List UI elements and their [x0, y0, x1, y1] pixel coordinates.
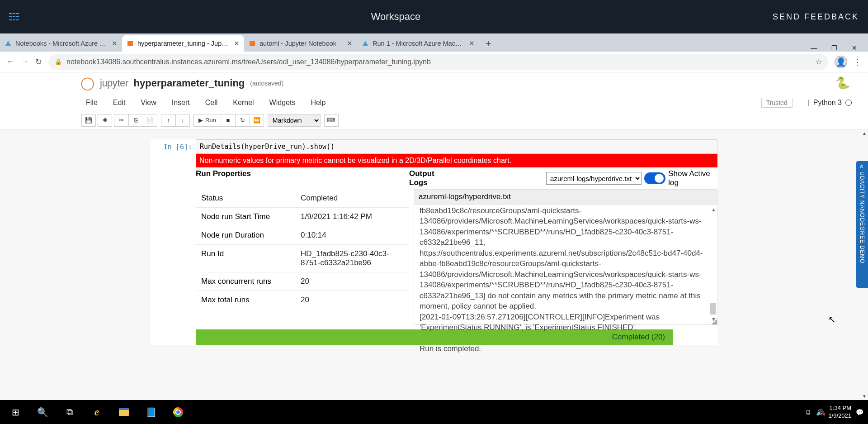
error-banner: Non-numeric values for primary metric ca… [196, 154, 717, 167]
maximize-icon[interactable]: ❐ [831, 44, 837, 52]
minimize-icon[interactable]: — [811, 44, 817, 52]
menu-file[interactable]: File [86, 99, 98, 107]
command-palette-button[interactable]: ⌨ [324, 114, 339, 127]
close-icon[interactable]: ✕ [469, 39, 475, 48]
tray-network-icon[interactable]: 🖥 [805, 409, 811, 416]
menu-widgets[interactable]: Widgets [269, 99, 296, 107]
browser-toolbar: ← → ↻ 🔒 notebook134086.southcentralus.in… [0, 52, 868, 72]
back-button[interactable]: ← [6, 57, 14, 67]
close-icon[interactable]: ✕ [112, 39, 118, 48]
stop-button[interactable]: ■ [221, 114, 235, 127]
show-active-log-label: Show Active log [668, 169, 717, 187]
run-properties-heading: Run Properties [196, 169, 409, 187]
save-status: (autosaved) [250, 80, 283, 87]
notebook-area: ▲ ▼ In [6]: RunDetails(hyperDrive_run).s… [0, 129, 868, 400]
menu-icon[interactable] [9, 13, 19, 20]
scrollbar-thumb[interactable] [710, 303, 716, 314]
kernel-indicator[interactable]: | Python 3 [808, 99, 868, 107]
scroll-up-icon[interactable]: ▲ [711, 206, 716, 213]
jupyter-menubar: File Edit View Insert Cell Kernel Widget… [0, 94, 868, 111]
bookmark-icon[interactable]: ☆ [816, 57, 822, 66]
notebook-icon [127, 40, 134, 47]
tab-run1-azure[interactable]: Run 1 - Microsoft Azure Machine ✕ [357, 35, 479, 52]
trusted-badge[interactable]: Trusted [761, 98, 793, 108]
menu-kernel[interactable]: Kernel [233, 99, 254, 107]
log-file-select[interactable]: azureml-logs/hyperdrive.txt [546, 172, 642, 185]
forward-button[interactable]: → [21, 57, 29, 67]
reload-button[interactable]: ↻ [35, 57, 42, 67]
show-active-log-toggle[interactable] [644, 172, 665, 184]
table-row: Max concurrent runs20 [196, 272, 409, 291]
cut-button[interactable]: ✂ [114, 114, 128, 127]
system-tray: 🖥 🔊✖ 1:34 PM 1/9/2021 💬 [805, 405, 866, 420]
svg-rect-0 [127, 41, 133, 46]
app-button[interactable]: 📘 [137, 400, 165, 424]
notifications-icon[interactable]: 💬 [856, 409, 863, 416]
copy-button[interactable]: ⎘ [128, 114, 143, 127]
log-panel: azureml-logs/hyperdrive.txt fb8eabd19c8c… [409, 189, 717, 325]
tab-automl[interactable]: automl - Jupyter Notebook ✕ [244, 35, 357, 52]
jupyter-toolbar: 💾 ✚ ✂ ⎘ 📄 ↑ ↓ ▶ Run ■ ↻ ⏩ Markdown ⌨ [0, 111, 868, 129]
new-tab-button[interactable]: + [482, 38, 495, 50]
jupyter-logo-icon[interactable]: ◯ [80, 77, 94, 90]
menu-cell[interactable]: Cell [205, 99, 218, 107]
scroll-up-icon[interactable]: ▲ [862, 131, 867, 136]
notebook-icon [249, 40, 256, 47]
table-row: StatusCompleted [196, 189, 409, 208]
cell-type-select[interactable]: Markdown [268, 114, 321, 127]
profile-button[interactable]: 👤 [835, 56, 847, 68]
chrome-button[interactable] [165, 400, 192, 424]
jupyter-brand[interactable]: jupyter [100, 77, 128, 89]
ie-button[interactable]: e [83, 400, 110, 424]
scroll-down-icon[interactable]: ▼ [862, 394, 867, 399]
add-cell-button[interactable]: ✚ [98, 114, 112, 127]
tab-hyperparameter-tuning[interactable]: hyperparameter_tuning - Jupyter ✕ [122, 35, 244, 52]
move-up-button[interactable]: ↑ [161, 114, 175, 127]
python-icon[interactable]: 🐍 [835, 76, 850, 90]
table-row: Max total runs20 [196, 291, 409, 309]
window-controls: — ❐ ✕ [811, 44, 868, 52]
table-row: Run IdHD_1fadb825-c230-40c3-8751-c6332a2… [196, 245, 409, 272]
address-bar[interactable]: 🔒 notebook134086.southcentralus.instance… [48, 54, 828, 70]
kernel-status-icon [845, 100, 852, 106]
workspace-title: Workspace [19, 11, 773, 23]
workspace-bar: Workspace SEND FEEDBACK [0, 0, 868, 33]
log-output[interactable]: fb8eabd19c8c/resourceGroups/aml-quicksta… [414, 205, 717, 325]
paste-button[interactable]: 📄 [143, 114, 157, 127]
search-button[interactable]: 🔍 [29, 400, 56, 424]
run-button[interactable]: ▶ Run [193, 114, 221, 127]
menu-view[interactable]: View [141, 99, 156, 107]
restart-button[interactable]: ↻ [235, 114, 250, 127]
tab-notebooks-azure[interactable]: Notebooks - Microsoft Azure Ma ✕ [0, 35, 122, 52]
clock[interactable]: 1:34 PM 1/9/2021 [828, 405, 851, 420]
log-file-title: azureml-logs/hyperdrive.txt [414, 189, 717, 205]
cell-output: Non-numeric values for primary metric ca… [196, 154, 717, 345]
browser-menu-button[interactable]: ⋮ [854, 57, 862, 67]
table-row: Node run Duration0:10:14 [196, 226, 409, 245]
send-feedback-button[interactable]: SEND FEEDBACK [773, 12, 859, 22]
close-window-icon[interactable]: ✕ [852, 44, 857, 52]
output-logs-heading: Output Logs [409, 169, 451, 187]
menu-help[interactable]: Help [311, 99, 326, 107]
udacity-badge[interactable]: « UDACITY NANODEGREE DEMO [856, 161, 868, 288]
code-cell[interactable]: In [6]: RunDetails(hyperDrive_run).show(… [151, 139, 717, 154]
resize-handle-icon[interactable] [712, 319, 717, 324]
save-button[interactable]: 💾 [81, 114, 96, 127]
task-view-button[interactable]: ⧉ [56, 400, 83, 424]
close-icon[interactable]: ✕ [234, 39, 240, 48]
lock-icon[interactable]: 🔒 [55, 58, 62, 65]
menu-edit[interactable]: Edit [113, 99, 126, 107]
cell-prompt: In [6]: [151, 139, 196, 154]
tray-volume-icon[interactable]: 🔊✖ [816, 409, 824, 416]
file-explorer-button[interactable] [110, 400, 137, 424]
move-down-button[interactable]: ↓ [175, 114, 190, 127]
menu-insert[interactable]: Insert [172, 99, 190, 107]
table-row: Node run Start Time1/9/2021 1:16:42 PM [196, 208, 409, 226]
start-button[interactable]: ⊞ [2, 400, 29, 424]
notebook-title[interactable]: hyperparameter_tuning [134, 77, 245, 89]
azure-icon [362, 40, 369, 47]
close-icon[interactable]: ✕ [347, 39, 353, 48]
fast-forward-button[interactable]: ⏩ [250, 114, 264, 127]
windows-taskbar: ⊞ 🔍 ⧉ e 📘 🖥 🔊✖ 1:34 PM 1/9/2021 💬 [0, 400, 868, 424]
code-input[interactable]: RunDetails(hyperDrive_run).show() [196, 139, 717, 154]
